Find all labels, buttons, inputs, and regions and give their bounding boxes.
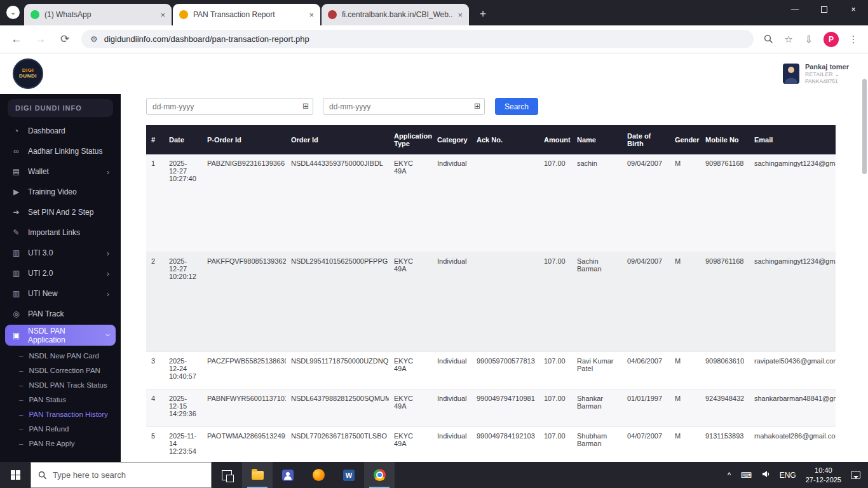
sidebar-item-uti-2-0[interactable]: ▥UTI 2.0› [0, 263, 121, 283]
column-header-date: Date [164, 125, 202, 154]
tab-label: PAN Transaction Report [193, 10, 304, 19]
window-icon[interactable]: ⌄ [6, 6, 20, 19]
cell-dob: 09/04/2007 [622, 252, 670, 351]
calendar-icon[interactable]: ⊞ [474, 102, 480, 111]
forward-icon[interactable]: → [33, 33, 48, 46]
cell-category: Individual [432, 252, 471, 351]
date-from-input[interactable] [146, 98, 313, 115]
cell-mobile: 9243948432 [700, 389, 749, 426]
sidebar-subitem-pan-transaction-history[interactable]: –PAN Transaction History [19, 407, 121, 421]
sidebar-item-uti-3-0[interactable]: ▥UTI 3.0› [0, 243, 121, 263]
bookmark-star-icon[interactable]: ☆ [783, 34, 794, 45]
menu-dots-icon[interactable]: ⋮ [848, 34, 859, 45]
cell-gender: M [670, 154, 700, 252]
sidebar-item-set-pin-and-2-step[interactable]: ➔Set PIN And 2 Step [0, 202, 121, 222]
cell-ack-no [471, 154, 539, 252]
cell-order-id: NSDL99511718750000UZDNQ [286, 351, 389, 389]
uti-2-icon: ▥ [11, 269, 21, 278]
sidebar-item-aadhar-linking-status[interactable]: ∞Aadhar Linking Status [0, 141, 121, 161]
search-button[interactable]: Search [495, 98, 538, 115]
browser-tab-pan-transaction-report[interactable]: PAN Transaction Report× [173, 4, 320, 25]
maximize-button[interactable] [810, 0, 839, 19]
tab-close-icon[interactable]: × [309, 10, 314, 20]
cell-ack-no: 990049784192103 [471, 426, 539, 462]
sidebar-item-pan-track[interactable]: ◎PAN Track [0, 304, 121, 324]
nsdl-pan-icon: ▣ [11, 331, 21, 340]
sidebar-item-important-links[interactable]: ✎Important Links [0, 222, 121, 243]
close-button[interactable]: × [839, 0, 868, 19]
volume-icon[interactable] [761, 470, 770, 480]
sidebar-subitem-nsdl-pan-track-status[interactable]: –NSDL PAN Track Status [19, 377, 121, 392]
cell-mobile: 9131153893 [700, 426, 749, 462]
sidebar-item-nsdl-pan-application[interactable]: ▣NSDL PAN Application› [5, 325, 116, 346]
column-header-date-of-birth: Date of Birth [622, 125, 670, 154]
dash-bullet: – [19, 367, 23, 374]
cell-gender: M [670, 389, 700, 426]
sidebar-subitem-pan-re-apply[interactable]: –PAN Re Apply [19, 436, 121, 451]
tray-expand-icon[interactable]: ^ [728, 471, 731, 480]
tab-close-icon[interactable]: × [458, 10, 463, 20]
browser-tab-1-whatsapp[interactable]: (1) WhatsApp× [24, 4, 172, 25]
taskbar-search-placeholder: Type here to search [53, 470, 126, 480]
taskbar: Type here to search W ^ ⌨ ENG 10:40 27-1… [0, 462, 868, 488]
language-indicator[interactable]: ENG [780, 471, 796, 480]
sidebar-subitem-pan-status[interactable]: –PAN Status [19, 392, 121, 407]
file-explorer-button[interactable] [242, 462, 273, 488]
browser-profile-avatar[interactable]: P [824, 32, 839, 47]
cell-gender: M [670, 351, 700, 389]
uti-3-icon: ▥ [11, 248, 21, 257]
user-role: RETAILER ⌄ [805, 71, 849, 78]
cell-application-type: EKYC 49A [389, 154, 432, 252]
window-controls: — × [780, 0, 868, 19]
cell-amount: 107.00 [539, 351, 572, 389]
refresh-icon[interactable]: ⟳ [57, 32, 72, 46]
site-settings-icon[interactable]: ⚙ [90, 34, 98, 44]
sidebar-item-uti-new[interactable]: ▥UTI New› [0, 283, 121, 304]
toolbar-actions: ☆ ⇩ P ⋮ [763, 32, 859, 47]
teams-button[interactable] [273, 462, 303, 488]
site-logo[interactable]: DIGI DUNDI [13, 58, 43, 89]
training-video-icon: ▶ [11, 187, 21, 196]
minimize-button[interactable]: — [780, 0, 810, 19]
start-button[interactable] [0, 462, 31, 488]
important-links-icon: ✎ [11, 228, 21, 237]
firefox-button[interactable] [303, 462, 334, 488]
calendar-icon[interactable]: ⊞ [302, 102, 309, 111]
cell-ack-no: 990049794710981 [471, 389, 539, 426]
clock-date: 27-12-2025 [806, 476, 841, 484]
taskbar-search[interactable]: Type here to search [31, 462, 212, 488]
download-icon[interactable]: ⇩ [803, 34, 815, 45]
vertical-scrollbar[interactable] [862, 79, 867, 174]
cell-index: 5 [146, 426, 164, 462]
back-icon[interactable]: ← [9, 33, 24, 46]
browser-tab-fi-centralbank-bank-in-cbi-web[interactable]: fi.centralbank.bank.in/CBI_Web...× [322, 4, 469, 25]
site-header: DIGI DUNDI Pankaj tomer RETAILER ⌄ PANKA… [0, 53, 868, 94]
cell-name: Sachin Barman [572, 252, 622, 351]
date-to-input[interactable] [323, 98, 485, 115]
aadhar-link-icon: ∞ [11, 147, 21, 156]
clock[interactable]: 10:40 27-12-2025 [806, 466, 841, 485]
sidebar-subitem-nsdl-new-pan-card[interactable]: –NSDL New PAN Card [19, 348, 121, 363]
cell-index: 3 [146, 351, 164, 389]
new-tab-button[interactable]: + [474, 5, 492, 23]
notification-center-icon[interactable] [851, 471, 860, 479]
sidebar-subitem-nsdl-correction-pan[interactable]: –NSDL Correction PAN [19, 363, 121, 377]
task-view-button[interactable] [212, 462, 242, 488]
screen: ⌄ (1) WhatsApp×PAN Transaction Report×fi… [0, 0, 868, 488]
dash-bullet: – [19, 396, 23, 403]
cell-ack-no [471, 252, 539, 351]
user-menu[interactable]: Pankaj tomer RETAILER ⌄ PANKA48751 [783, 63, 849, 85]
keyboard-icon[interactable]: ⌨ [740, 471, 751, 480]
word-button[interactable]: W [334, 462, 364, 488]
address-bar[interactable]: ⚙ digidundiinfo.com/dashboard/pan-transa… [81, 30, 754, 48]
sidebar-item-wallet[interactable]: ▤Wallet› [0, 161, 121, 182]
tab-label: (1) WhatsApp [44, 10, 155, 19]
lens-search-icon[interactable] [763, 34, 774, 45]
sidebar-subitem-pan-refund[interactable]: –PAN Refund [19, 421, 121, 436]
cell-application-type: EKYC 49A [389, 426, 432, 462]
chrome-button[interactable] [364, 462, 395, 488]
table-row: 12025-12-27 10:27:40PABZNIGB92316139366N… [146, 154, 836, 252]
sidebar-item-dashboard[interactable]: ◔Dashboard [0, 121, 121, 141]
sidebar-item-training-video[interactable]: ▶Training Video [0, 182, 121, 202]
tab-close-icon[interactable]: × [160, 10, 165, 20]
